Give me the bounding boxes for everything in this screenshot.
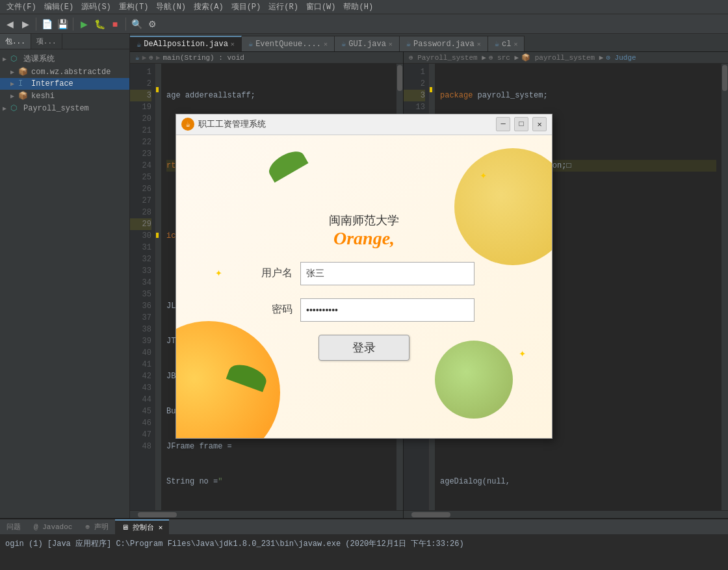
menu-bar: 文件(F) 编辑(E) 源码(S) 重构(T) 导航(N) 搜索(A) 项目(P… [0,0,728,14]
password-label: 密码 [254,303,292,317]
toolbar-save[interactable]: 💾 [55,17,70,31]
dialog-maximize-btn[interactable]: □ [514,117,528,131]
username-row: 用户名 [254,262,474,285]
dialog-java-icon: ☕ [181,118,194,131]
dialog-minimize-btn[interactable]: ─ [496,117,510,131]
dialog-header: 闽南师范大学 Orange, [329,213,399,249]
password-input[interactable] [300,298,474,322]
java-dialog: ☕ 职工工资管理系统 ─ □ ✕ ✦ ✦ ✦ 闽南师范大学 [176,114,552,439]
login-button[interactable]: 登录 [318,335,410,361]
console-text: ogin (1) [Java 应用程序] C:\Program Files\Ja… [5,538,464,549]
dialog-title-text: 职工工资管理系统 [198,118,492,130]
toolbar-stop[interactable]: ■ [108,17,122,31]
bottom-panel: 问题 @ Javadoc ⊕ 声明 🖥 控制台 ✕ ogin (1) [Java… [0,518,728,570]
bottom-tab-javadoc[interactable]: @ Javadoc [27,519,79,535]
toolbar-sep2 [73,18,73,31]
username-input[interactable] [300,262,474,285]
orange-subtitle: Orange, [329,228,399,249]
dialog-body: ✦ ✦ ✦ 闽南师范大学 Orange, 用户名 密码 登录 [176,135,552,438]
toolbar-search[interactable]: 🔍 [129,17,144,31]
toolbar-settings[interactable]: ⚙ [145,17,159,31]
bottom-tabs: 问题 @ Javadoc ⊕ 声明 🖥 控制台 ✕ [0,519,728,535]
toolbar-new[interactable]: 📄 [40,17,54,31]
toolbar-debug[interactable]: 🐛 [92,17,107,31]
menu-edit[interactable]: 编辑(E) [40,1,78,12]
password-row: 密码 [254,298,474,322]
toolbar-sep1 [36,18,36,31]
menu-file[interactable]: 文件(F) [3,1,40,12]
dialog-form: 闽南师范大学 Orange, 用户名 密码 登录 [176,135,552,438]
menu-window[interactable]: 窗口(W) [302,1,340,12]
menu-refactor[interactable]: 重构(T) [115,1,153,12]
console-content: ogin (1) [Java 应用程序] C:\Program Files\Ja… [0,535,728,570]
bottom-tab-console[interactable]: 🖥 控制台 ✕ [115,519,170,535]
menu-source[interactable]: 源码(S) [77,1,115,12]
toolbar-run[interactable]: ▶ [77,17,91,31]
bottom-tab-declaration[interactable]: ⊕ 声明 [79,519,114,535]
toolbar-sep3 [125,18,126,31]
menu-search[interactable]: 搜索(A) [190,1,228,12]
menu-navigate[interactable]: 导航(N) [152,1,190,12]
dialog-close-btn[interactable]: ✕ [532,117,547,131]
dialog-titlebar: ☕ 职工工资管理系统 ─ □ ✕ [176,114,552,135]
toolbar-forward[interactable]: ▶ [18,17,32,31]
menu-help[interactable]: 帮助(H) [339,1,377,12]
modal-overlay: ☕ 职工工资管理系统 ─ □ ✕ ✦ ✦ ✦ 闽南师范大学 [0,34,728,518]
bottom-tab-problems[interactable]: 问题 [0,519,27,535]
menu-run[interactable]: 运行(R) [265,1,302,12]
toolbar-back[interactable]: ◀ [3,17,17,31]
university-name: 闽南师范大学 [329,213,399,228]
toolbar: ◀ ▶ 📄 💾 ▶ 🐛 ■ 🔍 ⚙ [0,14,728,34]
console-line-1: ogin (1) [Java 应用程序] C:\Program Files\Ja… [5,538,723,549]
menu-project[interactable]: 项目(P) [228,1,265,12]
username-label: 用户名 [254,266,292,280]
